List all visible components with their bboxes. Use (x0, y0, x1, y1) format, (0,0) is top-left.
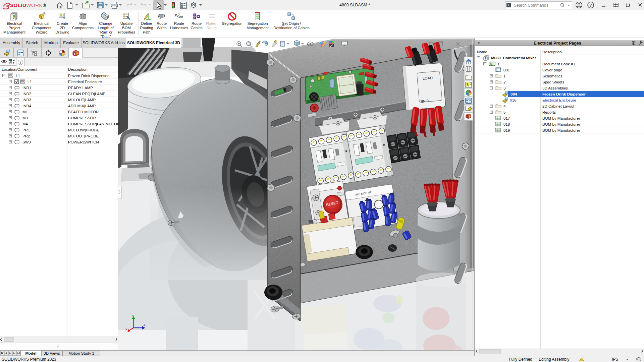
svg-text:S: S (73, 52, 75, 55)
svg-text:SOLIDWORKS: SOLIDWORKS (10, 2, 46, 8)
svg-text:X: X (125, 328, 127, 331)
svg-text:Z: Z (144, 323, 146, 326)
svg-text:?: ? (590, 3, 592, 8)
svg-text:Y: Y (132, 314, 134, 318)
svg-text:LINE: LINE (420, 99, 429, 104)
